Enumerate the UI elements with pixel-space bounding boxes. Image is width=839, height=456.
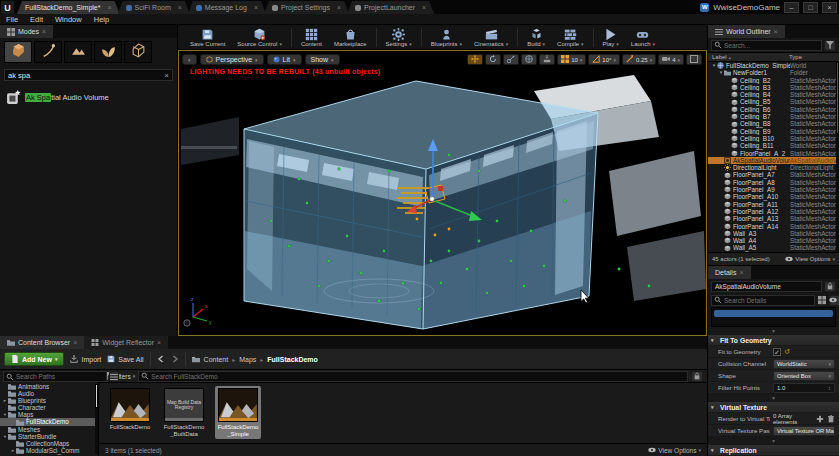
outliner-row-floorpanel-a-2[interactable]: FloorPanel_A_2StaticMeshActor bbox=[708, 150, 839, 157]
menu-help[interactable]: Help bbox=[88, 15, 115, 24]
outliner-search-box[interactable] bbox=[711, 40, 822, 51]
shape-dropdown[interactable]: Oriented Box▾ bbox=[773, 371, 835, 381]
outliner-row-ceiling-b2[interactable]: Ceiling_B2StaticMeshActor bbox=[708, 77, 839, 84]
column-type[interactable]: Type bbox=[789, 54, 835, 60]
translate-tool-button[interactable] bbox=[467, 54, 483, 65]
window-tab-message-log[interactable]: Message Log× bbox=[188, 1, 266, 14]
tab-modes[interactable]: Modes × bbox=[0, 25, 53, 38]
forward-button[interactable] bbox=[171, 355, 179, 363]
close-icon[interactable]: × bbox=[739, 269, 743, 276]
view-mode-button[interactable]: Lit▾ bbox=[267, 54, 302, 65]
virtual-texture-pass-dropdown[interactable]: Virtual Texture OR Main Pass▾ bbox=[773, 426, 835, 436]
outliner-row-ceiling-b9[interactable]: Ceiling_B9StaticMeshActor bbox=[708, 128, 839, 135]
close-icon[interactable]: × bbox=[774, 28, 778, 35]
geometry-mode-button[interactable] bbox=[124, 41, 152, 63]
paths-search-box[interactable] bbox=[3, 371, 107, 382]
folder-audio[interactable]: Audio bbox=[0, 390, 98, 397]
section-fit-to-geometry[interactable]: Fit To Geometry bbox=[708, 335, 839, 346]
toolbar-settings[interactable]: Settings▾ bbox=[380, 25, 418, 50]
surface-snap-toggle[interactable] bbox=[539, 54, 555, 65]
window-tab-projectlauncher[interactable]: ProjectLauncher× bbox=[347, 1, 434, 14]
outliner-row-floorpanel-a7[interactable]: FloorPanel_A7StaticMeshActor bbox=[708, 171, 839, 178]
viewport-options-button[interactable]: ▾ bbox=[182, 54, 197, 65]
toolbar-blueprints[interactable]: Blueprints▾ bbox=[425, 25, 468, 50]
asset-search-box[interactable] bbox=[138, 371, 688, 382]
collision-channel-dropdown[interactable]: WorldStatic▾ bbox=[773, 359, 835, 369]
landscape-mode-button[interactable] bbox=[64, 41, 92, 63]
tab-widget-reflector[interactable]: Widget Reflector× bbox=[84, 336, 168, 349]
clear-search-icon[interactable]: × bbox=[164, 71, 169, 80]
folder-animations[interactable]: Animations bbox=[0, 383, 98, 390]
component-tree[interactable] bbox=[711, 307, 836, 327]
folder-character[interactable]: Character bbox=[0, 404, 98, 411]
details-view-options-button[interactable]: ▾ bbox=[829, 295, 839, 306]
menu-file[interactable]: File bbox=[0, 15, 24, 24]
add-element-button[interactable] bbox=[816, 414, 824, 423]
window-tab-fullstackdemo-simple[interactable]: FullStackDemo_Simple*× bbox=[17, 1, 120, 14]
sources-toggle-button[interactable] bbox=[109, 371, 119, 382]
close-button[interactable]: × bbox=[822, 2, 837, 13]
folder-starterbundle[interactable]: ▾StarterBundle bbox=[0, 433, 98, 440]
outliner-row-ceiling-b7[interactable]: Ceiling_B7StaticMeshActor bbox=[708, 113, 839, 120]
menu-window[interactable]: Window bbox=[49, 15, 88, 24]
folder-collectionmaps[interactable]: CollectionMaps bbox=[0, 440, 98, 447]
close-icon[interactable]: × bbox=[157, 339, 161, 346]
outliner-row-newfolder1[interactable]: ▾NewFolder1Folder bbox=[708, 69, 839, 76]
lock-content-browser-button[interactable] bbox=[691, 371, 703, 382]
delete-elements-button[interactable] bbox=[827, 414, 835, 423]
outliner-row-ceiling-b3[interactable]: Ceiling_B3StaticMeshActor bbox=[708, 84, 839, 91]
paint-mode-button[interactable] bbox=[34, 41, 62, 63]
outliner-row-floorpanel-a8[interactable]: FloorPanel_A8StaticMeshActor bbox=[708, 179, 839, 186]
outliner-row-floorpanel-a11[interactable]: FloorPanel_A11StaticMeshActor bbox=[708, 201, 839, 208]
section-splitter[interactable]: ▼ bbox=[708, 437, 839, 445]
toolbar-build[interactable]: Build▾ bbox=[521, 25, 551, 50]
place-mode-button[interactable] bbox=[4, 41, 32, 63]
asset-search-input[interactable] bbox=[151, 373, 685, 380]
toolbar-cinematics[interactable]: Cinematics▾ bbox=[468, 25, 514, 50]
outliner-row-wall-a4[interactable]: Wall_A4StaticMeshActor bbox=[708, 237, 839, 244]
folder-fullstackdemo[interactable]: FullStackDemo bbox=[0, 418, 98, 425]
outliner-row-akspatialaudiovolume[interactable]: AkSpatialAudioVolumeAkSpatialAudioVolume bbox=[708, 157, 839, 164]
window-tab-project-settings[interactable]: Project Settings× bbox=[264, 1, 349, 14]
import-button[interactable]: Import bbox=[70, 355, 101, 363]
outliner-view-options-button[interactable]: View Options▾ bbox=[785, 255, 835, 263]
tab-close-icon[interactable]: × bbox=[107, 4, 111, 11]
section-virtual-texture[interactable]: Virtual Texture bbox=[708, 402, 839, 413]
asset-fullstackdemo-builtdata[interactable]: Map Build Data RegistryFullStackDemo_Bui… bbox=[161, 386, 207, 439]
modes-search-result[interactable]: Ak Spatial Audio Volume bbox=[0, 84, 177, 111]
cb-view-options-button[interactable]: View Options▾ bbox=[648, 446, 701, 454]
world-local-toggle[interactable] bbox=[521, 54, 537, 65]
selected-component-row[interactable] bbox=[714, 310, 833, 317]
foliage-mode-button[interactable] bbox=[94, 41, 122, 63]
filter-hit-points-field[interactable]: 1.0↕ bbox=[773, 383, 835, 393]
viewport[interactable]: z x y ▾ Perspective▾ Lit▾ Show▾ bbox=[178, 50, 707, 336]
fit-to-geometry-checkbox[interactable]: ✓ bbox=[773, 348, 781, 356]
outliner-row-floorpanel-a9[interactable]: FloorPanel_A9StaticMeshActor bbox=[708, 186, 839, 193]
breadcrumb-maps[interactable]: Maps bbox=[239, 356, 256, 363]
toolbar-marketplace[interactable]: Marketplace bbox=[328, 25, 373, 50]
outliner-row-wall-a5[interactable]: Wall_A5StaticMeshActor bbox=[708, 244, 839, 251]
maximize-button[interactable]: □ bbox=[803, 2, 818, 13]
outliner-row-fullstackdemo-simple-editor[interactable]: ▾FullStackDemo_Simple (Editor)World bbox=[708, 62, 839, 69]
outliner-row-floorpanel-a13[interactable]: FloorPanel_A13StaticMeshActor bbox=[708, 215, 839, 222]
save-all-button[interactable]: Save All bbox=[107, 355, 143, 363]
expand-icon[interactable]: ↕ bbox=[828, 385, 831, 391]
breadcrumb-content[interactable]: Content bbox=[204, 356, 229, 363]
outliner-row-wall-a3[interactable]: Wall_A3StaticMeshActor bbox=[708, 230, 839, 237]
breadcrumb-fullstackdemo[interactable]: FullStackDemo bbox=[267, 356, 318, 363]
folder-blueprints[interactable]: ▸Blueprints bbox=[0, 397, 98, 404]
section-splitter[interactable]: ▼ bbox=[708, 327, 839, 335]
outliner-row-floorpanel-a10[interactable]: FloorPanel_A10StaticMeshActor bbox=[708, 193, 839, 200]
toolbar-launch[interactable]: Launch▾ bbox=[625, 25, 661, 50]
column-label[interactable]: Label bbox=[712, 54, 727, 60]
details-search-box[interactable] bbox=[711, 295, 815, 306]
rotate-tool-button[interactable] bbox=[485, 54, 501, 65]
lock-button[interactable] bbox=[824, 281, 836, 292]
section-replication[interactable]: Replication bbox=[708, 445, 839, 456]
scale-tool-button[interactable] bbox=[503, 54, 519, 65]
add-new-button[interactable]: Add New▾ bbox=[4, 352, 64, 366]
tab-close-icon[interactable]: × bbox=[422, 4, 426, 11]
tab-details[interactable]: Details × bbox=[708, 266, 751, 279]
toolbar-compile[interactable]: Compile▾ bbox=[551, 25, 590, 50]
toolbar-save-current[interactable]: Save Current bbox=[184, 25, 231, 50]
